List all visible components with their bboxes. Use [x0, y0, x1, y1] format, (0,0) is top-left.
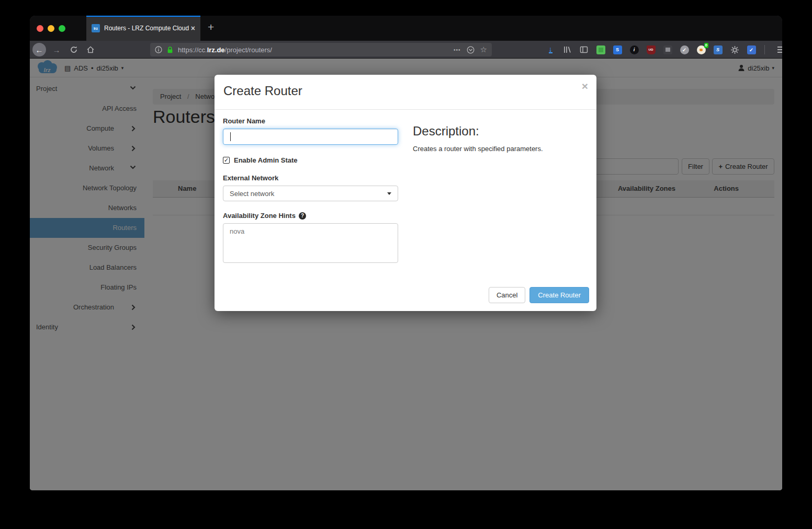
- pocket-icon[interactable]: [467, 46, 475, 54]
- external-network-select[interactable]: Select network: [223, 186, 398, 201]
- library-icon[interactable]: [562, 45, 572, 54]
- modal-header: Create Router ×: [215, 75, 596, 110]
- url-bar[interactable]: https://cc.lrz.de/project/routers/ ••• ☆: [150, 43, 492, 56]
- az-hints-listbox[interactable]: nova: [223, 223, 398, 263]
- tab-favicon: lrz: [92, 24, 100, 32]
- site-info-icon[interactable]: [155, 46, 162, 53]
- sidebar-toggle-icon[interactable]: [579, 45, 589, 54]
- minimize-window-button[interactable]: [48, 25, 54, 32]
- back-button[interactable]: ←: [32, 43, 46, 56]
- extension-grid-green-icon[interactable]: [596, 45, 605, 54]
- url-text[interactable]: https://cc.lrz.de/project/routers/: [178, 46, 272, 54]
- extension-check-circle-icon[interactable]: ✓: [680, 45, 689, 54]
- extension-dark-frame-icon[interactable]: [663, 45, 672, 54]
- reload-button[interactable]: [69, 41, 79, 59]
- active-tab[interactable]: lrz Routers - LRZ Compute Cloud ×: [86, 16, 200, 41]
- modal-form: Router Name ✓ Enable Admin State Externa…: [223, 117, 398, 263]
- az-option-nova[interactable]: nova: [223, 227, 398, 236]
- tab-bar: lrz Routers - LRZ Compute Cloud × +: [30, 16, 782, 41]
- selected-network-value: Select network: [230, 190, 274, 198]
- extension-info-circle-icon[interactable]: i: [629, 45, 639, 54]
- help-question-icon[interactable]: ?: [299, 212, 306, 220]
- description-heading: Description:: [413, 124, 588, 139]
- https-lock-icon[interactable]: [166, 46, 174, 54]
- browser-window: lrz Routers - LRZ Compute Cloud × + ← → …: [30, 16, 782, 490]
- submit-create-router-button[interactable]: Create Router: [529, 287, 589, 303]
- modal-title: Create Router: [223, 84, 302, 98]
- ublock-origin-icon[interactable]: UO: [646, 45, 656, 54]
- tab-close-icon[interactable]: ×: [191, 24, 195, 32]
- extension-s-blue-icon[interactable]: S: [613, 45, 622, 54]
- text-cursor: [230, 132, 231, 141]
- browser-toolbar: ← → https://cc.lrz.de/project/routers/ •…: [30, 41, 782, 59]
- menu-hamburger-icon[interactable]: [776, 45, 782, 54]
- admin-state-label: Enable Admin State: [234, 156, 298, 164]
- create-router-modal: Create Router × Router Name ✓ Enable Adm…: [215, 75, 596, 311]
- modal-description: Description: Creates a router with speci…: [413, 124, 588, 153]
- cancel-button[interactable]: Cancel: [489, 287, 525, 303]
- toolbar-icons: ↓ S i UO ✓ 0 S ✓: [546, 41, 782, 59]
- new-tab-button[interactable]: +: [208, 21, 214, 33]
- downloads-icon[interactable]: ↓: [546, 45, 555, 54]
- router-name-field-wrap: [223, 129, 398, 145]
- home-button[interactable]: [85, 41, 96, 59]
- page-actions-icon[interactable]: •••: [454, 47, 461, 53]
- tab-title: Routers - LRZ Compute Cloud: [104, 25, 189, 32]
- admin-state-checkbox[interactable]: ✓: [223, 157, 230, 164]
- page-viewport: lrz ▤ ADS • di25xib ▾ di25xib ▾ Project …: [30, 59, 782, 490]
- extension-check-square-icon[interactable]: ✓: [747, 45, 756, 54]
- extension-stylus-icon[interactable]: S: [713, 45, 723, 54]
- router-name-label: Router Name: [223, 117, 398, 125]
- description-text: Creates a router with specified paramete…: [413, 145, 588, 153]
- az-hints-label: Availability Zone Hints ?: [223, 212, 398, 220]
- admin-state-row[interactable]: ✓ Enable Admin State: [223, 156, 398, 164]
- bookmark-star-icon[interactable]: ☆: [480, 45, 487, 54]
- router-name-input[interactable]: [223, 129, 398, 145]
- settings-gear-icon[interactable]: [730, 45, 739, 54]
- extension-duck-icon[interactable]: 0: [696, 45, 706, 54]
- select-caret-icon: [387, 192, 391, 195]
- forward-button[interactable]: →: [51, 41, 62, 59]
- close-window-button[interactable]: [37, 25, 43, 32]
- external-network-label: External Network: [223, 174, 398, 182]
- window-controls: [37, 25, 65, 32]
- modal-footer: Cancel Create Router: [489, 287, 589, 303]
- zoom-window-button[interactable]: [59, 25, 65, 32]
- close-icon[interactable]: ×: [582, 80, 588, 93]
- toolbar-separator: [764, 45, 765, 54]
